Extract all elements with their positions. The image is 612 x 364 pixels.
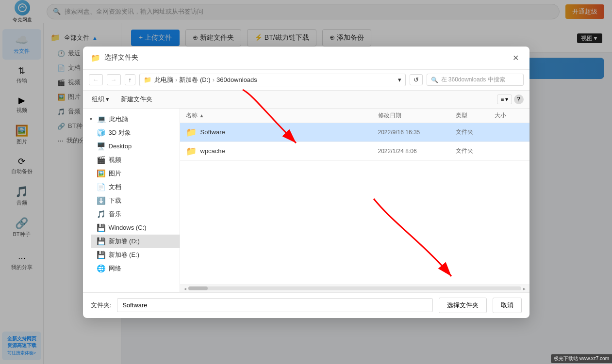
organize-button[interactable]: 组织 ▾: [89, 94, 113, 105]
folder-dialog: 📁 选择文件夹 ✕ ← → ↑ 📁 此电脑 › 新加卷 (D:) › 360do…: [83, 47, 529, 318]
folder-icon-wpcache: 📁: [186, 146, 197, 157]
search-icon-dialog: 🔍: [431, 77, 438, 83]
col-sort-arrow: ▲: [199, 113, 204, 118]
file-table-header: 名称 ▲ 修改日期 类型 大小: [180, 109, 529, 123]
file-date-software: 2022/9/16 16:35: [378, 129, 456, 136]
col-header-date[interactable]: 修改日期: [378, 111, 456, 120]
scrollbar-track: [188, 286, 521, 290]
search-placeholder-dialog: 在 360downloads 中搜索: [441, 76, 505, 84]
tree-c-label: Windows (C:): [109, 224, 147, 231]
view-toggle-button[interactable]: ≡ ▾: [497, 95, 512, 104]
tree-photo-icon: 🖼️: [97, 169, 106, 178]
up-button[interactable]: ↑: [125, 74, 136, 85]
refresh-button[interactable]: ↺: [410, 74, 423, 85]
tree-music-icon: 🎵: [97, 210, 106, 219]
file-type-wpcache: 文件夹: [456, 147, 495, 155]
dialog-close-button[interactable]: ✕: [510, 52, 522, 63]
file-row-wpcache[interactable]: 📁 wpcache 2022/1/24 8:06 文件夹: [180, 142, 529, 161]
tree-video-icon: 🎬: [97, 156, 106, 164]
scroll-right-arrow[interactable]: ▸: [521, 286, 528, 291]
tree-3d-label: 3D 对象: [109, 128, 131, 137]
breadcrumb-pc: 此电脑: [154, 76, 173, 84]
file-type-software: 文件夹: [456, 128, 495, 136]
dialog-titlebar: 📁 选择文件夹 ✕: [83, 47, 529, 70]
tree-panel: ▼ 💻 此电脑 🧊 3D 对象 🖥️ Desktop 🎬 视频 🖼: [83, 109, 180, 292]
scrollbar-thumb[interactable]: [188, 286, 208, 290]
tree-item-download[interactable]: ⬇️ 下载: [91, 194, 180, 207]
tree-docs-label: 文档: [109, 183, 121, 191]
breadcrumb-drive: 新加卷 (D:): [179, 76, 210, 84]
tree-desktop-icon: 🖥️: [97, 142, 106, 151]
view-toggle-dialog: ≡ ▾ ?: [497, 95, 523, 104]
tree-3d-icon: 🧊: [97, 128, 106, 137]
tree-music-label: 音乐: [109, 210, 121, 219]
breadcrumb-folder-icon: 📁: [144, 76, 151, 83]
breadcrumb-bar[interactable]: 📁 此电脑 › 新加卷 (D:) › 360downloads ▾: [139, 74, 406, 86]
dialog-body: ▼ 💻 此电脑 🧊 3D 对象 🖥️ Desktop 🎬 视频 🖼: [83, 109, 529, 292]
select-folder-button[interactable]: 选择文件夹: [439, 298, 487, 313]
tree-item-video[interactable]: 🎬 视频: [91, 153, 180, 167]
back-button[interactable]: ←: [89, 74, 103, 85]
breadcrumb-folder: 360downloads: [216, 76, 257, 83]
tree-item-network[interactable]: 🌐 网络: [91, 262, 180, 275]
tree-pc-icon: 💻: [97, 115, 106, 124]
file-scrollbar[interactable]: ◂ ▸: [180, 285, 529, 292]
tree-item-e[interactable]: 💾 新加卷 (E:): [91, 248, 180, 262]
new-folder-dialog-button[interactable]: 新建文件夹: [118, 94, 155, 105]
file-name-wpcache: wpcache: [200, 147, 378, 155]
tree-expand-icon: ▼: [89, 116, 94, 122]
tree-pc-label: 此电脑: [109, 115, 128, 124]
tree-d-label: 新加卷 (D:): [109, 237, 140, 246]
help-button[interactable]: ?: [514, 95, 524, 104]
tree-network-icon: 🌐: [97, 264, 106, 273]
tree-e-label: 新加卷 (E:): [109, 251, 140, 259]
folder-label: 文件夹:: [91, 301, 112, 310]
col-header-type[interactable]: 类型: [456, 111, 495, 120]
dialog-organize-bar: 组织 ▾ 新建文件夹 ≡ ▾ ?: [83, 91, 529, 109]
folder-icon-software: 📁: [186, 127, 197, 138]
col-name-label: 名称: [186, 111, 198, 120]
tree-e-icon: 💾: [97, 251, 106, 259]
tree-item-pc[interactable]: ▼ 💻 此电脑: [83, 112, 180, 126]
dialog-nav-toolbar: ← → ↑ 📁 此电脑 › 新加卷 (D:) › 360downloads ▾ …: [83, 70, 529, 91]
tree-download-icon: ⬇️: [97, 196, 106, 205]
cancel-button[interactable]: 取消: [493, 298, 522, 313]
tree-item-3d[interactable]: 🧊 3D 对象: [91, 126, 180, 140]
tree-download-label: 下载: [109, 196, 121, 205]
breadcrumb-sep-1: ›: [175, 76, 177, 83]
tree-d-icon: 💾: [97, 237, 106, 246]
file-row-software[interactable]: 📁 Software 2022/9/16 16:35 文件夹: [180, 123, 529, 142]
dialog-footer: 文件夹: 选择文件夹 取消: [83, 292, 529, 318]
tree-item-docs[interactable]: 📄 文档: [91, 180, 180, 194]
col-header-size[interactable]: 大小: [495, 111, 524, 120]
tree-docs-icon: 📄: [97, 183, 106, 191]
col-header-name[interactable]: 名称 ▲: [186, 111, 378, 120]
dialog-overlay: 📁 选择文件夹 ✕ ← → ↑ 📁 此电脑 › 新加卷 (D:) › 360do…: [0, 0, 612, 364]
tree-c-icon: 💾: [97, 223, 106, 232]
file-panel: 名称 ▲ 修改日期 类型 大小 📁 Software 2022/9/16 16:…: [180, 109, 529, 292]
tree-video-label: 视频: [109, 156, 121, 164]
tree-network-label: 网络: [109, 264, 121, 273]
tree-item-music[interactable]: 🎵 音乐: [91, 207, 180, 221]
folder-input[interactable]: [117, 298, 432, 312]
file-table-body: 📁 Software 2022/9/16 16:35 文件夹 📁 wpcache…: [180, 123, 529, 285]
tree-desktop-label: Desktop: [109, 142, 132, 150]
dialog-title-icon: 📁: [91, 53, 100, 63]
file-name-software: Software: [200, 128, 378, 136]
tree-item-desktop[interactable]: 🖥️ Desktop: [91, 140, 180, 153]
tree-item-photo[interactable]: 🖼️ 图片: [91, 167, 180, 180]
dialog-title: 选择文件夹: [104, 53, 510, 62]
file-date-wpcache: 2022/1/24 8:06: [378, 148, 456, 155]
breadcrumb-dropdown-icon[interactable]: ▾: [398, 76, 401, 83]
watermark: 极光下载站 www.xz7.com: [551, 354, 612, 363]
dialog-search[interactable]: 🔍 在 360downloads 中搜索: [427, 74, 524, 86]
tree-item-c[interactable]: 💾 Windows (C:): [91, 221, 180, 235]
scroll-left-arrow[interactable]: ◂: [182, 286, 188, 291]
breadcrumb-sep-2: ›: [213, 76, 215, 83]
forward-button[interactable]: →: [107, 74, 121, 85]
tree-photo-label: 图片: [109, 169, 121, 178]
tree-item-d[interactable]: 💾 新加卷 (D:): [91, 235, 180, 248]
